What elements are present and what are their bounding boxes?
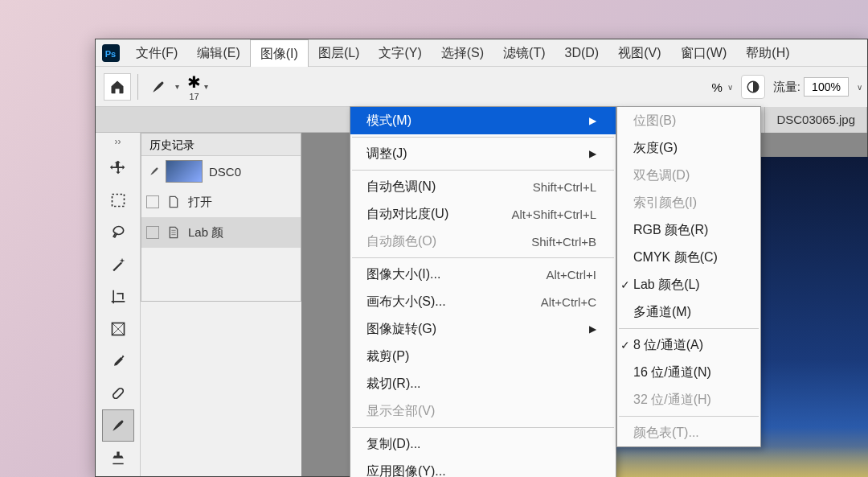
menu-label: 调整(J) xyxy=(366,146,407,162)
history-row-lab[interactable]: Lab 颜 xyxy=(141,217,301,248)
menu-label: RGB 颜色(R) xyxy=(633,222,708,239)
tools-panel: ›› xyxy=(96,133,141,476)
app-window: Ps 文件(F) 编辑(E) 图像(I) 图层(L) 文字(Y) 选择(S) 滤… xyxy=(95,39,868,477)
brush-preset-dropdown[interactable]: ▾ xyxy=(175,82,179,91)
menu-shortcut: Shift+Ctrl+B xyxy=(531,235,596,249)
stamp-tool[interactable] xyxy=(102,442,134,474)
check-icon: ✓ xyxy=(620,339,630,352)
flow-input[interactable] xyxy=(804,77,849,97)
document-icon xyxy=(166,224,182,241)
mode-16bit[interactable]: 16 位/通道(N) xyxy=(617,359,760,386)
menu-adjustments[interactable]: 调整(J) ▶ xyxy=(350,140,616,167)
menu-filter[interactable]: 滤镜(T) xyxy=(493,39,555,67)
menu-duplicate[interactable]: 复制(D)... xyxy=(350,430,616,458)
menu-label: 裁切(R)... xyxy=(366,376,421,393)
flow-dropdown[interactable]: ∨ xyxy=(857,83,862,92)
menu-layer[interactable]: 图层(L) xyxy=(309,39,370,67)
mode-multichannel[interactable]: 多通道(M) xyxy=(617,298,760,326)
menu-label: 应用图像(Y)... xyxy=(366,463,446,478)
menu-label: 图像旋转(G) xyxy=(366,321,436,338)
menu-shortcut: Shift+Ctrl+L xyxy=(533,180,596,194)
menu-label: 颜色表(T)... xyxy=(633,425,699,442)
brush-preview[interactable]: ✱ 17 xyxy=(187,72,201,101)
menu-auto-tone[interactable]: 自动色调(N) Shift+Ctrl+L xyxy=(350,173,616,200)
history-checkbox[interactable] xyxy=(146,195,159,208)
mode-lab[interactable]: ✓Lab 颜色(L) xyxy=(617,271,760,298)
menu-apply-image[interactable]: 应用图像(Y)... xyxy=(350,458,616,477)
menu-3d[interactable]: 3D(D) xyxy=(555,39,609,67)
menu-separator xyxy=(619,328,759,329)
menu-select[interactable]: 选择(S) xyxy=(432,39,493,67)
menu-label: 双色调(D) xyxy=(633,167,690,184)
history-row-open[interactable]: 打开 xyxy=(141,187,301,217)
menu-file[interactable]: 文件(F) xyxy=(126,39,187,67)
brush-tool-icon[interactable] xyxy=(145,73,172,101)
menu-label: 自动对比度(U) xyxy=(366,206,448,223)
menu-trim[interactable]: 裁切(R)... xyxy=(350,370,616,397)
menu-help[interactable]: 帮助(H) xyxy=(736,39,799,67)
history-label: 打开 xyxy=(188,195,212,210)
history-checkbox[interactable] xyxy=(146,226,159,239)
tab-label: DSC03065.jpg xyxy=(776,113,855,126)
menu-separator xyxy=(352,137,614,138)
menu-label: 复制(D)... xyxy=(366,436,421,453)
menu-separator xyxy=(352,427,614,428)
mode-indexed: 索引颜色(I) xyxy=(617,189,760,216)
submenu-arrow-icon: ▶ xyxy=(589,323,596,335)
svg-text:Ps: Ps xyxy=(105,48,116,58)
home-button[interactable] xyxy=(104,73,131,101)
menu-separator xyxy=(352,170,614,171)
history-label: Lab 颜 xyxy=(188,225,223,241)
menu-label: 32 位/通道(H) xyxy=(633,392,711,409)
lasso-tool[interactable] xyxy=(102,216,134,249)
mode-rgb[interactable]: RGB 颜色(R) xyxy=(617,216,760,244)
mode-32bit: 32 位/通道(H) xyxy=(617,386,760,413)
flow-label: 流量: xyxy=(773,80,800,95)
svg-point-7 xyxy=(119,395,121,397)
menu-crop[interactable]: 裁剪(P) xyxy=(350,343,616,370)
menu-label: 多通道(M) xyxy=(633,304,691,321)
mode-8bit[interactable]: ✓8 位/通道(A) xyxy=(617,331,760,359)
move-tool[interactable] xyxy=(102,152,134,184)
menu-label: 图像大小(I)... xyxy=(366,266,440,283)
menu-label: 自动颜色(O) xyxy=(366,233,436,250)
menu-view[interactable]: 视图(V) xyxy=(608,39,670,67)
magic-wand-tool[interactable] xyxy=(102,249,134,281)
menu-image-size[interactable]: 图像大小(I)... Alt+Ctrl+I xyxy=(350,261,616,288)
mode-cmyk[interactable]: CMYK 颜色(C) xyxy=(617,244,760,271)
brush-tip-icon: ✱ xyxy=(187,72,201,92)
menu-auto-contrast[interactable]: 自动对比度(U) Alt+Shift+Ctrl+L xyxy=(350,200,616,228)
eyedropper-tool[interactable] xyxy=(102,345,134,377)
submenu-arrow-icon: ▶ xyxy=(589,115,596,126)
pressure-opacity-icon[interactable] xyxy=(741,75,765,99)
history-label: DSC0 xyxy=(209,165,241,179)
brush-tool[interactable] xyxy=(102,409,134,442)
menu-label: 16 位/通道(N) xyxy=(633,364,711,381)
history-row-source[interactable]: DSC0 xyxy=(141,156,301,187)
menu-label: 索引颜色(I) xyxy=(633,195,697,212)
menu-window[interactable]: 窗口(W) xyxy=(671,39,737,67)
menu-canvas-size[interactable]: 画布大小(S)... Alt+Ctrl+C xyxy=(350,288,616,315)
crop-tool[interactable] xyxy=(102,281,134,313)
opacity-value-fragment: % xyxy=(711,80,722,94)
healing-tool[interactable] xyxy=(102,377,134,409)
marquee-tool[interactable] xyxy=(102,184,134,216)
menu-mode[interactable]: 模式(M) ▶ xyxy=(350,107,616,134)
menu-reveal-all: 显示全部(V) xyxy=(350,397,616,425)
tools-expand-icon[interactable]: ›› xyxy=(111,136,125,149)
mode-bitmap: 位图(B) xyxy=(617,107,760,134)
menu-shortcut: Alt+Ctrl+C xyxy=(541,295,596,309)
menu-separator xyxy=(352,257,614,258)
menu-edit[interactable]: 编辑(E) xyxy=(187,39,249,67)
frame-tool[interactable] xyxy=(102,313,134,345)
menu-auto-color: 自动颜色(O) Shift+Ctrl+B xyxy=(350,228,616,255)
mode-grayscale[interactable]: 灰度(G) xyxy=(617,134,760,162)
brush-size-dropdown[interactable]: ▾ xyxy=(204,82,208,91)
menu-image[interactable]: 图像(I) xyxy=(250,39,309,67)
document-icon xyxy=(166,194,182,210)
opacity-dropdown[interactable]: ∨ xyxy=(727,83,733,92)
menu-image-rotation[interactable]: 图像旋转(G) ▶ xyxy=(350,315,616,343)
menu-label: Lab 颜色(L) xyxy=(633,277,700,294)
document-tab-2[interactable]: DSC03065.jpg xyxy=(765,107,867,133)
menu-type[interactable]: 文字(Y) xyxy=(369,39,431,67)
